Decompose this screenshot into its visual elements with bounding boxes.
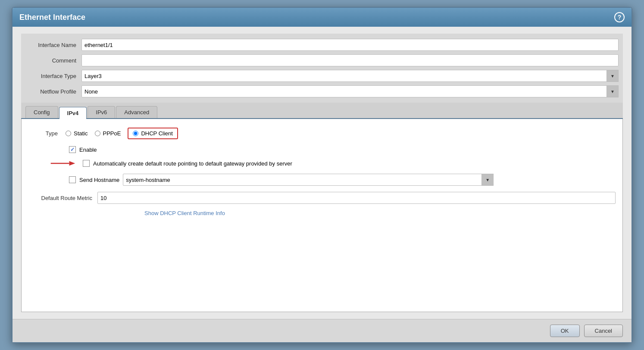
type-label: Type bbox=[28, 130, 63, 137]
svg-marker-1 bbox=[69, 161, 75, 166]
ok-button[interactable]: OK bbox=[550, 325, 580, 337]
send-hostname-input-wrapper: ▼ bbox=[123, 174, 494, 186]
tab-ipv6[interactable]: IPv6 bbox=[88, 106, 115, 118]
hostname-dropdown-arrow: ▼ bbox=[481, 174, 494, 186]
help-icon[interactable]: ? bbox=[614, 12, 625, 22]
send-hostname-label: Send Hostname bbox=[79, 177, 119, 183]
default-route-metric-row: Default Route Metric bbox=[28, 192, 616, 204]
tab-advanced[interactable]: Advanced bbox=[116, 106, 157, 118]
dialog-body: Interface Name Comment Interface Type La… bbox=[13, 27, 631, 319]
pppoe-radio-option[interactable]: PPPoE bbox=[95, 130, 121, 137]
enable-label: Enable bbox=[79, 147, 97, 153]
pppoe-radio[interactable] bbox=[95, 131, 100, 136]
interface-type-select[interactable]: Layer3 bbox=[81, 70, 619, 82]
static-label: Static bbox=[74, 130, 88, 137]
type-row: Type Static PPPoE DHCP Client bbox=[28, 128, 616, 139]
netflow-profile-label: Netflow Profile bbox=[25, 88, 81, 95]
static-radio-option[interactable]: Static bbox=[66, 130, 88, 137]
dhcp-radio-option[interactable]: DHCP Client bbox=[133, 130, 172, 137]
dhcp-runtime-info-link[interactable]: Show DHCP Client Runtime Info bbox=[104, 210, 225, 216]
comment-label: Comment bbox=[25, 57, 81, 64]
send-hostname-checkbox[interactable] bbox=[69, 176, 76, 183]
pppoe-label: PPPoE bbox=[103, 130, 121, 137]
dhcp-client-box: DHCP Client bbox=[128, 128, 178, 139]
interface-name-input[interactable] bbox=[81, 39, 619, 51]
auto-route-row: Automatically create default route point… bbox=[28, 159, 616, 168]
interface-type-label: Interface Type bbox=[25, 73, 81, 79]
interface-type-select-wrapper: Layer3 ▼ bbox=[81, 70, 619, 82]
comment-row: Comment bbox=[21, 54, 623, 66]
tab-content-ipv4: Type Static PPPoE DHCP Client bbox=[21, 119, 623, 312]
netflow-profile-select-wrapper: None ▼ bbox=[81, 85, 619, 97]
ethernet-interface-dialog: Ethernet Interface ? Interface Name Comm… bbox=[12, 7, 632, 343]
type-radio-group: Static PPPoE DHCP Client bbox=[66, 128, 178, 139]
dhcp-link-container: Show DHCP Client Runtime Info bbox=[28, 210, 616, 216]
default-route-metric-label: Default Route Metric bbox=[28, 195, 97, 201]
tab-ipv4[interactable]: IPv4 bbox=[59, 107, 87, 119]
send-hostname-input[interactable] bbox=[123, 174, 494, 186]
netflow-profile-row: Netflow Profile None ▼ bbox=[21, 85, 623, 97]
dialog-header: Ethernet Interface ? bbox=[13, 8, 631, 27]
interface-name-row: Interface Name bbox=[21, 39, 623, 51]
enable-row: Enable bbox=[28, 146, 616, 153]
red-arrow-icon bbox=[50, 159, 76, 168]
dhcp-client-label: DHCP Client bbox=[141, 130, 172, 137]
auto-route-checkbox[interactable] bbox=[83, 160, 90, 167]
interface-type-row: Interface Type Layer3 ▼ bbox=[21, 70, 623, 82]
auto-route-label: Automatically create default route point… bbox=[93, 160, 292, 167]
tab-config[interactable]: Config bbox=[25, 106, 58, 118]
enable-checkbox[interactable] bbox=[69, 146, 76, 153]
netflow-profile-select[interactable]: None bbox=[81, 85, 619, 97]
tabs-bar: Config IPv4 IPv6 Advanced bbox=[21, 103, 623, 119]
dialog-title: Ethernet Interface bbox=[19, 13, 85, 22]
send-hostname-row: Send Hostname ▼ bbox=[28, 174, 616, 186]
form-section: Interface Name Comment Interface Type La… bbox=[21, 34, 623, 103]
dialog-footer: OK Cancel bbox=[13, 319, 631, 342]
dhcp-radio[interactable] bbox=[133, 131, 138, 136]
static-radio[interactable] bbox=[66, 131, 71, 136]
comment-input[interactable] bbox=[81, 54, 619, 66]
interface-name-label: Interface Name bbox=[25, 42, 81, 48]
default-route-metric-input[interactable] bbox=[97, 192, 616, 204]
cancel-button[interactable]: Cancel bbox=[584, 325, 623, 337]
